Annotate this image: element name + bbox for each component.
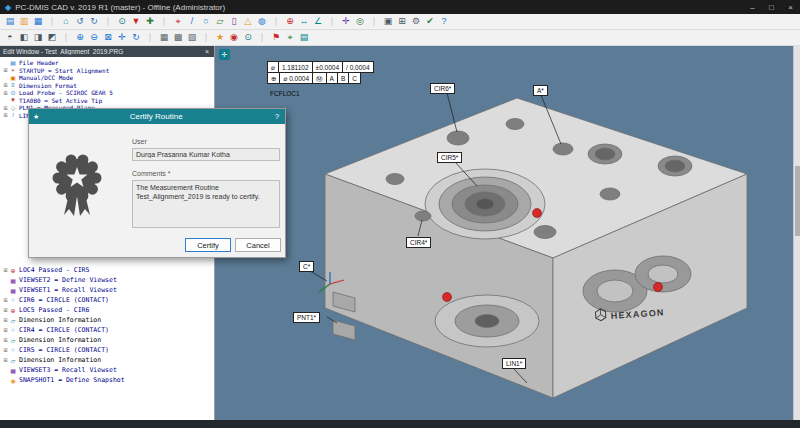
toolbar-icon[interactable]: ▥ [17,15,31,28]
expander-icon[interactable]: ⊞ [2,317,9,323]
tree-row[interactable]: ▤ File Header [2,59,212,67]
toolbar-icon[interactable]: | [45,15,59,28]
edit-window-header[interactable]: Edit Window - Test_Alignment_2019.PRG × [0,46,214,57]
help-icon[interactable]: ? [269,112,285,121]
toolbar-icon[interactable]: ⚙ [409,15,423,28]
toolbar-icon[interactable]: | [255,31,269,44]
expander-icon[interactable]: ⊞ [2,347,9,353]
toolbar-icon[interactable]: | [59,31,73,44]
close-button[interactable]: × [781,3,800,12]
toolbar-icon[interactable]: ▼ [129,15,143,28]
toolbar-icon[interactable]: ▦ [157,31,171,44]
toolbar-icon[interactable]: ▤ [297,31,311,44]
toolbar-icon[interactable]: ⌂ [59,15,73,28]
cancel-button[interactable]: Cancel [235,238,281,252]
fcf-annotation[interactable]: ⌀ 1.181102 ±0.0004 / 0.0004 ⊕ ⌀ 0.0004 Ⓜ… [268,62,374,84]
toolbar-icon[interactable]: | [199,31,213,44]
expander-icon[interactable]: ⊞ [2,112,9,118]
minimize-button[interactable]: – [743,3,762,12]
expander-icon[interactable]: ⊞ [2,357,9,363]
tree-row[interactable]: ▼ T1A0B0 = Set Active Tip [2,97,212,105]
feature-label[interactable]: LIN1* [502,358,526,369]
tree-row[interactable]: ⊞ ⌖ STARTUP = Start Alignment [2,67,212,75]
toolbar-icon[interactable]: ? [437,15,451,28]
dialog-header[interactable]: ★ Certify Routine ? [29,109,285,124]
tree-row[interactable]: ⊞ ▱ Dimension Information [2,315,212,325]
tree-row[interactable]: ▦ VIEWSET3 = Recall Viewset [2,365,212,375]
toolbar-icon[interactable]: ▨ [185,31,199,44]
scrollbar-thumb[interactable] [795,166,800,236]
certify-button[interactable]: Certify [185,238,231,252]
hole[interactable] [506,119,524,130]
toolbar-icon[interactable]: ↻ [129,31,143,44]
toolbar-icon[interactable]: ◎ [353,15,367,28]
toolbar-icon[interactable]: ✔ [423,15,437,28]
toolbar-icon[interactable]: ◍ [255,15,269,28]
toolbar-icon[interactable]: ▦ [31,15,45,28]
tree-row[interactable]: ◉ SNAPSHOT1 = Define Snapshot [2,375,212,385]
vertical-scrollbar[interactable] [793,46,800,420]
hole[interactable] [534,226,556,239]
toolbar-icon[interactable]: ↺ [73,15,87,28]
expander-icon[interactable]: ⊞ [2,307,9,313]
hole-cir4[interactable] [415,211,431,221]
toolbar-icon[interactable]: ◩ [45,31,59,44]
toolbar-icon[interactable]: ◨ [31,31,45,44]
toolbar-icon[interactable]: ◉ [227,31,241,44]
hole[interactable] [386,174,404,185]
toolbar-icon[interactable]: ↻ [87,15,101,28]
feature-label[interactable]: CIR4* [406,237,431,248]
toolbar-icon[interactable]: ◧ [17,31,31,44]
toolbar-icon[interactable]: ▣ [381,15,395,28]
tree-row[interactable]: ⊞ ○ CIR6 = CIRCLE (CONTACT) [2,295,212,305]
feature-label[interactable]: C* [299,261,314,272]
toolbar-icon[interactable]: ▯ [227,15,241,28]
tree-row[interactable]: ⊞ ⊕ LOC5 Passed - CIR6 [2,305,212,315]
feature-label[interactable]: CIR5* [437,152,462,163]
toolbar-icon[interactable]: ⌖ [283,31,297,44]
toolbar-icon[interactable]: | [101,15,115,28]
hole[interactable] [600,188,620,200]
toolbar-icon[interactable]: ◓ [3,31,17,44]
toolbar-icon[interactable]: ▤ [3,15,17,28]
expander-icon[interactable]: ⊞ [2,337,9,343]
graphics-viewport[interactable]: HEXAGON ✛ ⌀ 1.181102 ±0.0004 / 0.0004 ⊕ … [215,46,800,420]
toolbar-icon[interactable]: | [325,15,339,28]
probe-window-icon[interactable]: ✛ [219,49,230,60]
toolbar-icon[interactable]: ✛ [339,15,353,28]
fcf-feature-name[interactable]: FCFLOC1 [270,90,300,97]
expander-icon[interactable]: ⊞ [2,267,9,273]
edit-window-close-icon[interactable]: × [203,48,211,55]
expander-icon[interactable]: ⊞ [2,67,9,73]
toolbar-icon[interactable]: ○ [199,15,213,28]
user-field[interactable] [132,148,280,161]
toolbar-icon[interactable]: ⚑ [269,31,283,44]
toolbar-icon[interactable]: ⊕ [283,15,297,28]
tree-row[interactable]: ⊞ ○ CIR4 = CIRCLE (CONTACT) [2,325,212,335]
tree-row[interactable]: ⊞ ⊕ LOC4 Passed - CIR5 [2,265,212,275]
toolbar-icon[interactable]: ⊙ [115,15,129,28]
feature-label[interactable]: A* [533,85,548,96]
tree-row[interactable]: ⊞ ▱ Dimension Information [2,355,212,365]
toolbar-icon[interactable]: ↔ [297,15,311,28]
tree-row[interactable]: ▦ VIEWSET1 = Recall Viewset [2,285,212,295]
toolbar-icon[interactable]: ✚ [143,15,157,28]
tree-row[interactable]: ▣ Manual/DCC Mode [2,74,212,82]
tree-row[interactable]: ⊞ ○ CIR5 = CIRCLE (CONTACT) [2,345,212,355]
comments-field[interactable]: The Measurement Routine Test_Alignment_2… [132,180,280,228]
toolbar-icon[interactable]: ⊙ [241,31,255,44]
maximize-button[interactable]: □ [762,3,781,12]
tree-row[interactable]: ▦ VIEWSET2 = Define Viewset [2,275,212,285]
toolbar-icon[interactable]: ▱ [213,15,227,28]
expander-icon[interactable]: ⊞ [2,327,9,333]
expander-icon[interactable]: ⊞ [2,105,9,111]
tree-row[interactable]: ⊞ ≡ Dimension Format [2,82,212,90]
toolbar-icon[interactable]: ⊖ [87,31,101,44]
hole-datum-a[interactable] [553,143,573,155]
toolbar-icon[interactable]: ⊞ [395,15,409,28]
toolbar-icon[interactable]: | [157,15,171,28]
hole-cir6[interactable] [447,131,469,145]
toolbar-icon[interactable]: ⊕ [73,31,87,44]
toolbar-icon[interactable]: | [269,15,283,28]
expander-icon[interactable]: ⊞ [2,82,9,88]
